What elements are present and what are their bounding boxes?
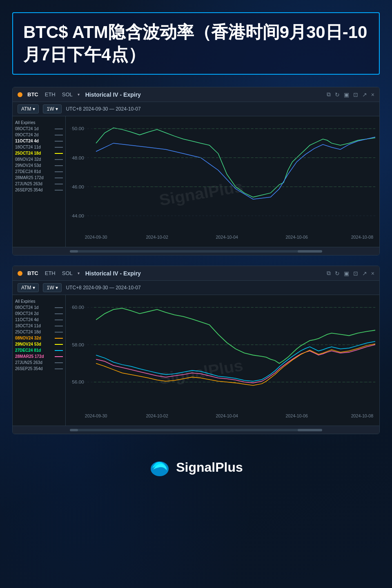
svg-text:56.00: 56.00 <box>72 380 84 385</box>
legend-27jun-1[interactable]: 27JUN25 263d <box>15 181 63 187</box>
svg-text:2024-10-08: 2024-10-08 <box>351 414 374 418</box>
svg-text:SignalPlus: SignalPlus <box>158 178 244 209</box>
chart-area-1: 50.00 48.00 46.00 44.00 SignalPlus <box>66 116 379 247</box>
svg-text:60.00: 60.00 <box>72 305 84 310</box>
chart-legend-2: All Expiries 08OCT24 1d 09OCT24 2d 11OCT… <box>13 295 66 426</box>
svg-text:50.00: 50.00 <box>72 126 84 131</box>
btc-dot-1 <box>18 92 22 97</box>
legend-all-expiries-1[interactable]: All Expiries <box>15 120 63 126</box>
btc-dot-2 <box>18 271 22 276</box>
legend-28mar-2[interactable]: 28MAR25 172d <box>15 353 63 359</box>
fullscreen-icon-2[interactable]: ⊡ <box>353 270 358 277</box>
tab-dropdown-1[interactable]: ▾ <box>78 92 80 97</box>
legend-26sep-1[interactable]: 26SEP25 354d <box>15 187 63 193</box>
legend-27jun-2[interactable]: 27JUN25 263d <box>15 359 63 366</box>
scrollbar-track-1 <box>70 250 322 253</box>
close-icon-2[interactable]: × <box>371 270 374 277</box>
external-link-icon-2[interactable]: ⧉ <box>327 270 331 277</box>
legend-11oct-1[interactable]: 11OCT24 4d <box>15 138 63 144</box>
legend-25oct-1[interactable]: 25OCT24 18d <box>15 150 63 156</box>
header-icons-2: ⧉ ↻ ▣ ⊡ ↗ × <box>327 270 374 277</box>
legend-08oct-2[interactable]: 08OCT24 1d <box>15 304 63 311</box>
svg-text:48.00: 48.00 <box>72 155 84 160</box>
legend-29nov-1[interactable]: 29NOV24 53d <box>15 162 63 169</box>
tab-sol-2[interactable]: SOL <box>60 269 74 277</box>
signalplus-logo <box>149 457 170 478</box>
legend-28mar-1[interactable]: 28MAR25 172d <box>15 175 63 181</box>
tab-dropdown-2[interactable]: ▾ <box>78 271 80 275</box>
svg-text:58.00: 58.00 <box>72 342 84 347</box>
scrollbar-track-2 <box>70 429 322 431</box>
chart-header-1: BTC ETH SOL ▾ Historical IV - Expiry ⧉ ↻… <box>13 87 379 102</box>
svg-text:2024-10-02: 2024-10-02 <box>146 414 168 418</box>
legend-18oct-2[interactable]: 18OCT24 11d <box>15 323 63 329</box>
svg-text:2024-10-06: 2024-10-06 <box>285 414 308 418</box>
legend-08nov-2[interactable]: 08NOV24 32d <box>15 335 63 341</box>
title-section: BTC$ ATM隐含波动率（香港时间9月30日-10月7日下午4点） <box>12 12 380 75</box>
chart-svg-2: 60.00 58.00 56.00 SignalPlus <box>70 299 375 424</box>
svg-text:46.00: 46.00 <box>72 184 84 189</box>
legend-09oct-1[interactable]: 09OCT24 2d <box>15 132 63 138</box>
page-container: BTC$ ATM隐含波动率（香港时间9月30日-10月7日下午4点） BTC E… <box>0 0 392 588</box>
svg-text:2024-10-04: 2024-10-04 <box>216 414 238 418</box>
external-link-icon-1[interactable]: ⧉ <box>327 91 331 98</box>
svg-text:2024-10-06: 2024-10-06 <box>285 235 308 240</box>
legend-08nov-1[interactable]: 08NOV24 32d <box>15 156 63 162</box>
chart-scrollbar-2[interactable] <box>13 426 379 434</box>
tab-eth-1[interactable]: ETH <box>43 91 57 98</box>
chart-area-2: 60.00 58.00 56.00 SignalPlus <box>66 295 379 426</box>
footer-brand: SignalPlus <box>176 460 243 475</box>
scrollbar-thumb-2[interactable] <box>298 429 322 431</box>
svg-text:2024-10-08: 2024-10-08 <box>351 235 374 240</box>
tab-eth-2[interactable]: ETH <box>43 269 57 277</box>
legend-26sep-2[interactable]: 26SEP25 354d <box>15 366 63 372</box>
expand-icon-2[interactable]: ↗ <box>362 270 367 277</box>
tab-btc-1[interactable]: BTC <box>26 91 40 98</box>
chart-scrollbar-1[interactable] <box>13 247 379 255</box>
interval-select-1[interactable]: 1W ▾ <box>43 104 62 113</box>
chart-title-1: Historical IV - Expiry <box>85 91 141 98</box>
svg-text:2024-09-30: 2024-09-30 <box>85 414 107 418</box>
scrollbar-thumb-left-2[interactable] <box>70 429 78 431</box>
tab-sol-1[interactable]: SOL <box>60 91 74 98</box>
time-range-1: UTC+8 2024-09-30 — 2024-10-07 <box>66 106 140 112</box>
legend-11oct-2[interactable]: 11OCT24 4d <box>15 317 63 323</box>
layout-icon-1[interactable]: ▣ <box>344 91 349 98</box>
svg-text:2024-09-30: 2024-09-30 <box>85 235 107 240</box>
fullscreen-icon-1[interactable]: ⊡ <box>353 91 358 98</box>
refresh-icon-1[interactable]: ↻ <box>335 91 340 98</box>
footer: SignalPlus <box>12 444 380 482</box>
legend-all-expiries-2[interactable]: All Expiries <box>15 298 63 304</box>
type-select-2[interactable]: ATM ▾ <box>18 283 39 292</box>
layout-icon-2[interactable]: ▣ <box>344 270 349 277</box>
chart-title-2: Historical IV - Expiry <box>85 270 141 277</box>
scrollbar-thumb-1[interactable] <box>298 250 322 253</box>
refresh-icon-2[interactable]: ↻ <box>335 270 340 277</box>
tab-btc-2[interactable]: BTC <box>26 269 40 277</box>
page-title: BTC$ ATM隐含波动率（香港时间9月30日-10月7日下午4点） <box>23 21 369 66</box>
close-icon-1[interactable]: × <box>371 91 374 98</box>
legend-27dec-2[interactable]: 27DEC24 81d <box>15 347 63 353</box>
legend-18oct-1[interactable]: 18OCT24 11d <box>15 144 63 150</box>
legend-25oct-2[interactable]: 25OCT24 18d <box>15 329 63 335</box>
scrollbar-thumb-left-1[interactable] <box>70 250 78 253</box>
svg-text:SignalPlus: SignalPlus <box>158 356 244 388</box>
header-icons-1: ⧉ ↻ ▣ ⊡ ↗ × <box>327 91 374 98</box>
svg-text:2024-10-04: 2024-10-04 <box>216 235 238 240</box>
svg-text:2024-10-02: 2024-10-02 <box>146 235 168 240</box>
legend-29nov-2[interactable]: 29NOV24 53d <box>15 341 63 347</box>
legend-27dec-1[interactable]: 27DEC24 81d <box>15 169 63 175</box>
chart-svg-1: 50.00 48.00 46.00 44.00 SignalPlus <box>70 120 375 245</box>
chart-header-2: BTC ETH SOL ▾ Historical IV - Expiry ⧉ ↻… <box>13 266 379 281</box>
chart-body-2: All Expiries 08OCT24 1d 09OCT24 2d 11OCT… <box>13 295 379 426</box>
chart-toolbar-1: ATM ▾ 1W ▾ UTC+8 2024-09-30 — 2024-10-07 <box>13 102 379 116</box>
legend-08oct-1[interactable]: 08OCT24 1d <box>15 126 63 132</box>
svg-text:44.00: 44.00 <box>72 213 84 218</box>
chart-toolbar-2: ATM ▾ 1W ▾ UTC+8 2024-09-30 — 2024-10-07 <box>13 281 379 295</box>
legend-09oct-2[interactable]: 09OCT24 2d <box>15 311 63 317</box>
chart-body-1: All Expiries 08OCT24 1d 09OCT24 2d 11OCT… <box>13 116 379 247</box>
chart-panel-2: BTC ETH SOL ▾ Historical IV - Expiry ⧉ ↻… <box>12 266 380 434</box>
type-select-1[interactable]: ATM ▾ <box>18 104 39 113</box>
interval-select-2[interactable]: 1W ▾ <box>43 283 62 292</box>
expand-icon-1[interactable]: ↗ <box>362 91 367 98</box>
